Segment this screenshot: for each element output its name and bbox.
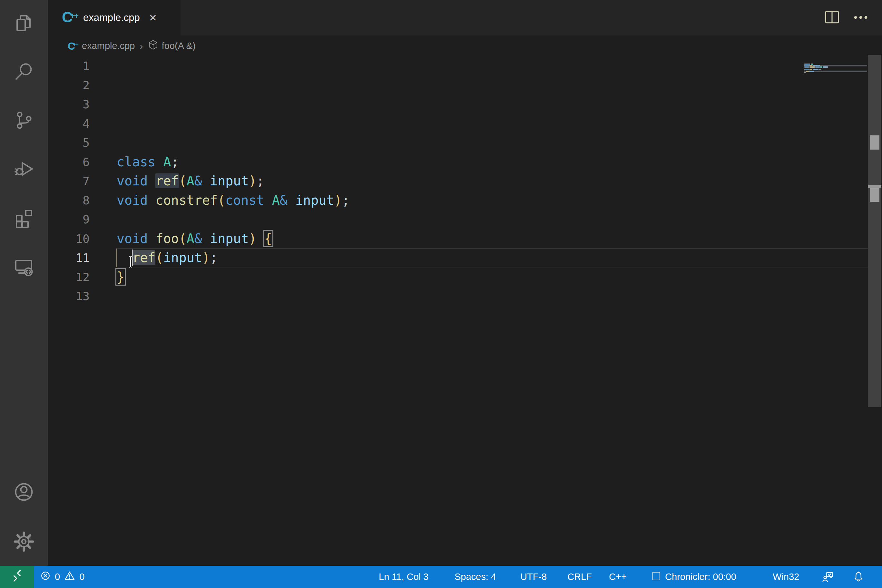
bracket-match: } [117,270,124,284]
line-number: 7 [48,171,90,191]
code-line-3: 3 [48,95,882,114]
indentation-status[interactable]: Spaces: 4 [454,566,496,588]
tab-label: example.cpp [83,12,140,24]
overview-highlight-marker [870,188,879,202]
minimap-code-segment [810,69,812,70]
minimap-code-segment [820,66,822,68]
problems-status[interactable]: 0 0 [40,566,84,588]
encoding-status[interactable]: UTF-8 [520,566,547,588]
account-icon [13,481,34,504]
search-icon [14,61,34,83]
status-bar: 0 0 Ln 11, Col 3 Spaces: 4 UTF-8 CRLF C+… [0,566,882,588]
minimap-code-segment [813,65,820,66]
vscode-window: C++ example.cpp ✕ C++ example.cpp › foo(… [0,0,882,588]
text-cursor-pointer [127,255,134,270]
ellipsis-icon[interactable] [854,15,868,21]
word-highlight: ref [155,173,178,188]
source-control-icon [14,110,34,132]
line-number: 6 [48,153,90,172]
platform-status[interactable]: Win32 [773,566,799,588]
breadcrumb-item-symbol[interactable]: foo(A &) [148,39,196,52]
remote-explorer-icon [14,256,34,279]
code-line-1: 1 [48,56,882,76]
overview-highlight-marker [870,135,879,150]
line-number: 8 [48,191,90,210]
bracket-match: { [264,231,272,246]
error-count: 0 [55,572,60,582]
scrollbar-slider[interactable] [868,55,881,407]
word-highlight: ref [132,250,155,265]
feedback-icon[interactable] [821,566,835,588]
code-line-2: 2 [48,76,882,95]
split-editor-icon[interactable] [825,10,840,25]
cpp-file-icon: C++ [68,40,79,52]
cursor-position-status[interactable]: Ln 11, Col 3 [379,566,428,588]
code-line-13: 13 [48,286,882,306]
line-number: 1 [48,56,90,76]
warning-count: 0 [79,572,84,582]
close-icon[interactable]: ✕ [149,12,157,24]
line-number: 4 [48,114,90,134]
minimap-code-segment [804,66,809,68]
notifications-bell-icon[interactable] [853,566,864,588]
activity-item-source-control[interactable] [0,102,48,140]
eol-status[interactable]: CRLF [567,566,592,588]
minimap-code-segment [806,70,809,72]
minimap-code-segment [809,70,814,72]
activity-item-accounts[interactable] [0,473,48,512]
activity-item-extensions[interactable] [0,199,48,238]
minimap-code-segment [810,66,815,68]
activity-item-run-debug[interactable] [0,150,48,188]
minimap[interactable] [804,56,868,128]
activity-item-search[interactable] [0,53,48,92]
extensions-icon [14,208,34,230]
activity-item-settings[interactable] [0,523,48,562]
code-line-7: 7void ref(A& input); [48,171,882,191]
code-text: } [117,268,124,287]
gear-icon [13,531,34,554]
line-number: 10 [48,229,90,249]
breadcrumb: C++ example.cpp › foo(A &) [48,36,882,56]
minimap-code-segment [819,69,821,70]
line-number: 5 [48,133,90,153]
code-text: void foo(A& input) { [117,229,272,249]
code-line-9: 9 [48,210,882,229]
minimap-code-segment [813,69,819,70]
activity-item-explorer[interactable] [0,5,48,44]
remote-indicator[interactable] [0,566,34,588]
code-line-6: 6class A; [48,153,882,172]
minimap-code-segment [810,65,812,66]
minimap-code-segment [804,65,809,66]
line-number: 13 [48,286,90,306]
editor-actions [825,0,868,36]
stop-square-icon [651,570,661,584]
activity-item-remote-explorer[interactable] [0,248,48,287]
minimap-code-segment [804,72,806,73]
minimap-code-segment [804,69,809,70]
tab-example-cpp[interactable]: C++ example.cpp ✕ [48,0,180,36]
code-line-8: 8void constref(const A& input); [48,191,882,210]
code-text: void constref(const A& input); [117,191,350,210]
line-number: 3 [48,95,90,114]
activity-bar [0,0,48,566]
language-mode-status[interactable]: C++ [609,566,627,588]
breadcrumb-item-file[interactable]: C++ example.cpp [68,40,135,52]
breadcrumb-file-label: example.cpp [82,40,135,51]
code-text: class A; [117,153,179,172]
line-number: 11 [48,248,90,268]
line-number: 12 [48,268,90,287]
remote-icon [11,570,23,584]
tab-bar: C++ example.cpp ✕ [48,0,882,36]
symbol-method-icon [148,39,159,52]
chronicler-status[interactable]: Chronicler: 00:00 [651,566,736,588]
chevron-right-icon: › [139,40,143,52]
cpp-file-icon: C++ [62,9,79,26]
line-number: 2 [48,76,90,95]
code-editor[interactable]: 123456class A;7void ref(A& input);8void … [48,56,882,566]
warning-icon [64,570,75,584]
debug-icon [14,158,34,180]
code-line-10: 10void foo(A& input) { [48,229,882,249]
scrollbar [868,55,881,566]
current-line-highlight [116,248,868,268]
files-icon [14,13,34,35]
